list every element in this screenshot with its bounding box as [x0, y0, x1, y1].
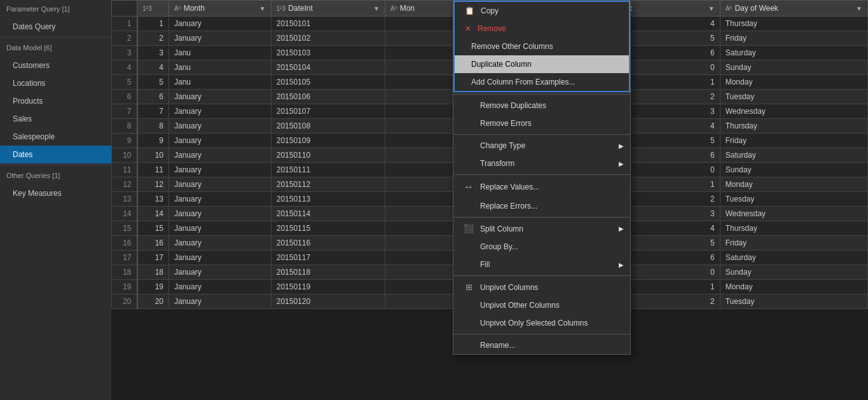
split-column-label: Split Column	[480, 224, 523, 233]
sidebar-item-dates[interactable]: Dates	[0, 146, 111, 163]
replace-values-icon: ↔	[464, 181, 474, 193]
unpivot-columns-label: Unpivot Columns	[480, 283, 538, 292]
context-menu-group-by[interactable]: Group By...	[453, 238, 630, 256]
context-menu: 📋 Copy ✕ Remove Remove Other Columns Dup…	[453, 0, 631, 355]
sidebar-item-locations[interactable]: Locations	[0, 74, 111, 92]
add-column-label: Add Column From Examples...	[471, 78, 575, 86]
sidebar-section-parameter-query[interactable]: Parameter Query [1]	[0, 0, 111, 18]
separator-2	[453, 134, 630, 135]
copy-icon: 📋	[465, 6, 474, 15]
sidebar-divider-2	[0, 165, 111, 165]
context-menu-unpivot-other-columns[interactable]: Unpivot Other Columns	[453, 296, 630, 314]
remove-other-columns-label: Remove Other Columns	[471, 42, 553, 51]
sidebar-divider-1	[0, 37, 111, 38]
context-menu-add-column[interactable]: Add Column From Examples...	[455, 73, 629, 91]
unpivot-other-columns-label: Unpivot Other Columns	[480, 301, 560, 310]
separator-5	[453, 275, 630, 276]
rename-label: Rename...	[480, 341, 515, 350]
context-menu-top-group: 📋 Copy ✕ Remove Remove Other Columns Dup…	[453, 1, 630, 92]
main-content: 1²3 Aᵇ Month ▼ 1²3 DateInt	[111, 0, 868, 400]
sidebar: Parameter Query [1] Dates Query Data Mod…	[0, 0, 111, 400]
context-menu-duplicate-column[interactable]: Duplicate Column	[455, 55, 629, 73]
separator-4	[453, 217, 630, 217]
context-menu-fill[interactable]: Fill	[453, 256, 630, 273]
sidebar-item-salespeople[interactable]: Salespeople	[0, 128, 111, 146]
duplicate-column-label: Duplicate Column	[471, 60, 532, 69]
context-menu-remove-duplicates[interactable]: Remove Duplicates	[453, 97, 630, 114]
context-menu-change-type[interactable]: Change Type	[453, 137, 630, 155]
remove-errors-label: Remove Errors	[480, 119, 532, 128]
remove-icon: ✕	[465, 24, 471, 33]
context-menu-overlay[interactable]: 📋 Copy ✕ Remove Remove Other Columns Dup…	[111, 0, 868, 400]
context-menu-transform[interactable]: Transform	[453, 155, 630, 172]
context-menu-copy[interactable]: 📋 Copy	[455, 2, 629, 20]
unpivot-selected-label: Unpivot Only Selected Columns	[480, 319, 588, 328]
transform-label: Transform	[480, 159, 514, 168]
replace-values-label: Replace Values...	[480, 183, 539, 191]
context-menu-unpivot-selected-columns[interactable]: Unpivot Only Selected Columns	[453, 314, 630, 332]
change-type-label: Change Type	[480, 141, 525, 150]
context-menu-rename[interactable]: Rename...	[453, 336, 630, 354]
split-column-icon: ⬛	[464, 224, 474, 233]
separator-3	[453, 174, 630, 175]
sidebar-item-products[interactable]: Products	[0, 92, 111, 110]
sidebar-section-other-queries[interactable]: Other Queries [1]	[0, 167, 111, 184]
context-menu-remove-errors[interactable]: Remove Errors	[453, 114, 630, 132]
context-menu-replace-values[interactable]: ↔ Replace Values...	[453, 177, 630, 197]
sidebar-section-data-model[interactable]: Data Model [6]	[0, 39, 111, 57]
unpivot-columns-icon: ⊞	[464, 282, 474, 292]
separator-6	[453, 334, 630, 334]
remove-label: Remove	[478, 24, 506, 33]
group-by-label: Group By...	[480, 242, 518, 251]
copy-label: Copy	[481, 6, 499, 15]
context-menu-unpivot-columns[interactable]: ⊞ Unpivot Columns	[453, 278, 630, 296]
context-menu-remove[interactable]: ✕ Remove	[455, 20, 629, 38]
sidebar-item-sales[interactable]: Sales	[0, 110, 111, 128]
context-menu-replace-errors[interactable]: Replace Errors...	[453, 197, 630, 215]
sidebar-item-key-measures[interactable]: Key Measures	[0, 184, 111, 202]
replace-errors-label: Replace Errors...	[480, 202, 537, 210]
sidebar-item-dates-query[interactable]: Dates Query	[0, 18, 111, 36]
remove-duplicates-label: Remove Duplicates	[480, 101, 546, 110]
context-menu-remove-other-columns[interactable]: Remove Other Columns	[455, 38, 629, 55]
separator-1	[453, 94, 630, 95]
context-menu-split-column[interactable]: ⬛ Split Column	[453, 219, 630, 238]
sidebar-item-customers[interactable]: Customers	[0, 57, 111, 74]
fill-label: Fill	[480, 260, 490, 269]
